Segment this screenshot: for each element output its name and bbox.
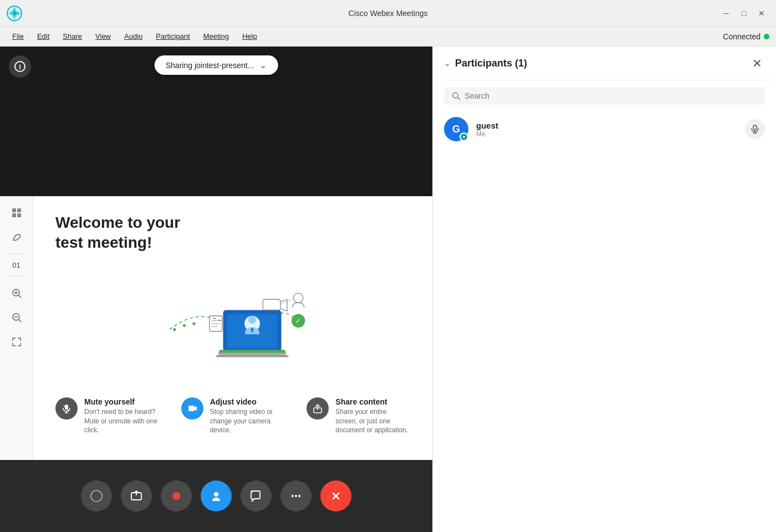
svg-rect-23 — [216, 355, 288, 357]
participant-status-indicator — [460, 132, 468, 141]
sharing-pill-text: Sharing jointest-present... — [166, 61, 254, 70]
sharing-pill[interactable]: Sharing jointest-present... ⌄ — [155, 55, 278, 75]
participant-mute-icon — [750, 124, 760, 134]
svg-rect-25 — [263, 299, 280, 310]
tip-mute-title: Mute yourself — [84, 397, 159, 406]
toolbar-divider — [7, 254, 27, 254]
menu-edit[interactable]: Edit — [32, 30, 55, 43]
svg-rect-8 — [17, 213, 21, 217]
left-toolbar: 01 — [0, 196, 33, 460]
participants-icon — [210, 490, 222, 502]
panel-close-button[interactable] — [749, 55, 765, 71]
panel-header: ⌄ Participants (1) — [433, 47, 776, 80]
draw-icon — [11, 232, 22, 243]
share-content-icon — [313, 403, 323, 413]
menu-audio[interactable]: Audio — [119, 30, 148, 43]
menu-help[interactable]: Help — [237, 30, 263, 43]
grid-icon — [11, 207, 22, 218]
window-controls: ─ □ ✕ — [718, 6, 769, 21]
menu-meeting[interactable]: Meeting — [198, 30, 234, 43]
meeting-area: i Sharing jointest-present... ⌄ — [0, 47, 432, 532]
control-bar — [0, 460, 432, 532]
record-icon — [170, 490, 182, 502]
end-call-icon — [330, 490, 342, 502]
menu-view[interactable]: View — [90, 30, 116, 43]
draw-button[interactable] — [7, 227, 27, 247]
fullscreen-button[interactable] — [7, 332, 27, 352]
menu-share[interactable]: Share — [57, 30, 88, 43]
tip-share: Share content Share your entire screen, … — [307, 397, 410, 435]
svg-point-57 — [463, 136, 465, 138]
svg-rect-24 — [219, 350, 285, 352]
tip-video-text: Adjust video Stop sharing video or chang… — [210, 397, 285, 435]
microphone-icon — [62, 403, 72, 413]
search-input[interactable] — [464, 91, 757, 100]
more-options-icon — [290, 490, 302, 502]
more-options-button[interactable] — [280, 480, 312, 511]
share-screen-button[interactable] — [121, 480, 152, 511]
menu-file[interactable]: File — [7, 30, 29, 43]
participants-button[interactable] — [201, 480, 232, 511]
participant-item: G guest Me — [433, 111, 776, 147]
info-button[interactable]: i — [9, 55, 31, 78]
search-box — [444, 87, 765, 105]
search-icon — [452, 91, 460, 100]
svg-rect-6 — [17, 208, 21, 212]
participant-mute-button[interactable] — [745, 119, 765, 139]
illustration-area: ✓ — [55, 264, 410, 375]
zoom-in-button[interactable] — [7, 283, 27, 303]
meeting-illustration-icon: ✓ — [155, 264, 310, 375]
end-call-button[interactable] — [320, 480, 351, 511]
svg-rect-7 — [12, 213, 16, 217]
page-number: 01 — [12, 261, 20, 269]
zoom-out-button[interactable] — [7, 308, 27, 328]
svg-text:i: i — [19, 63, 21, 71]
microphone-control-icon — [90, 490, 103, 502]
chevron-down-icon: ⌄ — [259, 60, 267, 70]
participant-role: Me — [476, 130, 737, 138]
panel-collapse-chevron[interactable]: ⌄ — [444, 59, 451, 68]
zoom-out-icon — [11, 312, 22, 323]
zoom-in-icon — [11, 288, 22, 299]
grid-view-button[interactable] — [7, 203, 27, 223]
connection-status: Connected — [723, 32, 769, 41]
welcome-area: 01 — [0, 196, 432, 460]
svg-rect-39 — [188, 406, 195, 411]
svg-line-14 — [18, 320, 21, 323]
chat-icon — [250, 490, 262, 502]
svg-point-34 — [192, 322, 195, 325]
info-icon: i — [14, 61, 25, 72]
tip-share-desc: Share your entire screen, or just one do… — [335, 407, 410, 435]
tip-mute: Mute yourself Don't need to be heard? Mu… — [55, 397, 159, 435]
svg-text:✓: ✓ — [295, 317, 301, 325]
webex-logo-icon — [7, 6, 22, 21]
minimize-button[interactable]: ─ — [718, 6, 734, 21]
participant-info: guest Me — [476, 121, 737, 138]
video-camera-icon — [187, 403, 197, 413]
close-button[interactable]: ✕ — [754, 6, 769, 21]
svg-point-26 — [293, 293, 303, 303]
svg-point-48 — [295, 495, 297, 497]
tip-video-title: Adjust video — [210, 397, 285, 406]
tip-share-text: Share content Share your entire screen, … — [335, 397, 410, 435]
connected-dot-icon — [764, 34, 769, 39]
svg-point-42 — [91, 490, 102, 502]
welcome-title: Welcome to your test meeting! — [55, 213, 410, 253]
main-layout: i Sharing jointest-present... ⌄ — [0, 47, 776, 532]
chat-button[interactable] — [241, 480, 272, 511]
maximize-button[interactable]: □ — [736, 6, 752, 21]
record-button[interactable] — [161, 480, 192, 511]
tip-mute-desc: Don't need to be heard? Mute or unmute w… — [84, 407, 159, 435]
menu-participant[interactable]: Participant — [150, 30, 195, 43]
svg-point-46 — [214, 492, 218, 497]
close-panel-icon — [753, 59, 762, 68]
audio-button[interactable] — [81, 480, 112, 511]
sharing-area: i Sharing jointest-present... ⌄ — [0, 47, 432, 196]
svg-rect-58 — [753, 125, 757, 130]
title-bar: Cisco Webex Meetings ─ □ ✕ — [0, 0, 776, 27]
svg-rect-5 — [12, 208, 16, 212]
toolbar-divider2 — [7, 276, 27, 277]
share-screen-icon — [130, 490, 142, 502]
connected-label: Connected — [723, 32, 760, 41]
tips-section: Mute yourself Don't need to be heard? Mu… — [55, 397, 410, 435]
